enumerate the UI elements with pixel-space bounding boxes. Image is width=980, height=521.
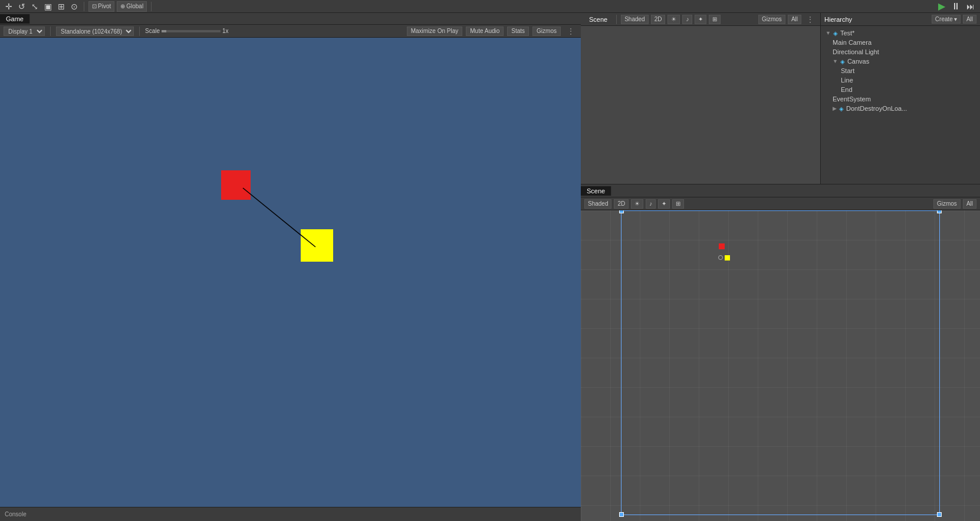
gizmos-scene-btn[interactable]: Gizmos (758, 15, 785, 24)
hierarchy-label-end: End (841, 86, 853, 93)
audio-btn[interactable]: ♪ (682, 15, 692, 24)
separator-2 (151, 2, 152, 11)
scene-2d-btn[interactable]: 2D (614, 199, 629, 209)
all-scene-btn[interactable]: All (788, 15, 801, 24)
custom-tool-btn[interactable]: ⊙ (69, 1, 80, 12)
game-tab[interactable]: Game (0, 14, 30, 24)
scene-toolbar: Scene Shaded 2D ☀ ♪ ✦ ⊞ Gizmos All ⋮ (581, 13, 820, 26)
scene-view-tab-bar: Scene (581, 184, 980, 197)
scene-lighting-btn[interactable]: ☀ (631, 199, 643, 209)
global-icon: ⊕ (120, 3, 125, 9)
resolution-selector: Standalone (1024x768) (56, 27, 134, 36)
main-content: Game Display 1 Standalone (1024x768) Sca… (0, 13, 980, 521)
game-toolbar: Display 1 Standalone (1024x768) Scale 1x… (0, 25, 581, 38)
rect-tool-btn[interactable]: ▣ (42, 1, 54, 12)
hierarchy-all-btn[interactable]: All (963, 15, 976, 24)
scale-label: Scale (145, 28, 160, 34)
scene-tab-label[interactable]: Scene (584, 15, 612, 24)
sep-gt-2 (139, 27, 140, 36)
game-tab-bar: Game (0, 13, 581, 25)
game-panel-minimize-btn[interactable]: ⋮ (564, 27, 577, 36)
scene-bottom-tab[interactable]: Scene (581, 186, 611, 196)
gizmos-game-btn[interactable]: Gizmos (532, 27, 561, 36)
expand-arrow-dontdestroy: ▶ (833, 105, 837, 111)
console-tab-label[interactable]: Console (5, 511, 27, 517)
hierarchy-label-eventsystem: EventSystem (833, 95, 871, 103)
fx-btn[interactable]: ✦ (695, 15, 706, 24)
unity-icon-canvas: ◈ (840, 58, 845, 65)
unity-icon-test: ◈ (833, 30, 838, 37)
selection-handle-bl[interactable] (619, 512, 624, 517)
top-toolbar: ✛ ↺ ⤡ ▣ ⊞ ⊙ ⊡ Pivot ⊕ Global ▶ ⏸ ⏭ (0, 0, 980, 13)
2d-btn[interactable]: 2D (651, 15, 666, 24)
scene-bottom-tab-label: Scene (587, 187, 605, 194)
shaded-btn[interactable]: Shaded (621, 15, 648, 24)
selection-handle-tr[interactable] (937, 210, 942, 213)
pause-btn[interactable]: ⏸ (949, 1, 962, 12)
rotate-tool-btn[interactable]: ↺ (17, 1, 27, 12)
scale-tool-btn[interactable]: ⤡ (29, 1, 40, 12)
stats-btn[interactable]: Stats (507, 27, 529, 36)
hierarchy-label-dontdestroy: DontDestroyOnLoa... (846, 105, 907, 112)
selection-handle-tl[interactable] (619, 210, 624, 213)
scene-view-toolbar: Shaded 2D ☀ ♪ ✦ ⊞ Gizmos All (581, 197, 980, 210)
hierarchy-label-directional-light: Directional Light (833, 48, 879, 55)
play-btn[interactable]: ▶ (936, 1, 947, 12)
hierarchy-item-directional-light[interactable]: Directional Light (821, 47, 980, 57)
hierarchy-content: ▼ ◈ Test* Main Camera Directional Light … (821, 26, 980, 184)
scene-audio-btn[interactable]: ♪ (646, 199, 656, 209)
scene-gizmos-btn2[interactable]: Gizmos (933, 199, 961, 209)
pivot-icon: ⊡ (92, 3, 97, 9)
hierarchy-item-eventsystem[interactable]: EventSystem (821, 94, 980, 104)
hierarchy-label-test: Test* (840, 29, 854, 37)
scene-minimize-btn[interactable]: ⋮ (804, 15, 817, 24)
hierarchy-item-start[interactable]: Start (821, 66, 980, 75)
hierarchy-item-test[interactable]: ▼ ◈ Test* (821, 28, 980, 38)
scene-sep-1 (616, 15, 617, 24)
hierarchy-toolbar: Hierarchy Create ▾ All (821, 13, 980, 26)
red-square (221, 170, 251, 200)
hierarchy-item-canvas[interactable]: ▼ ◈ Canvas (821, 57, 980, 66)
scene-fx-btn2[interactable]: ✦ (658, 199, 670, 209)
selection-handle-br[interactable] (937, 512, 942, 517)
scene-red-square (719, 243, 725, 249)
expand-arrow-canvas: ▼ (833, 58, 838, 64)
scene-grid-btn[interactable]: ⊞ (672, 199, 684, 209)
scene-main-viewport (581, 210, 980, 521)
transform-tool-btn[interactable]: ⊞ (56, 1, 67, 12)
create-arrow-icon: ▾ (954, 16, 957, 22)
scale-slider[interactable] (162, 30, 221, 32)
pivot-btn[interactable]: ⊡ Pivot (88, 1, 114, 12)
lighting-btn[interactable]: ☀ (667, 15, 680, 24)
global-btn[interactable]: ⊕ Global (117, 1, 147, 12)
scale-value: 1x (222, 28, 229, 34)
connecting-line-svg (0, 38, 581, 507)
create-btn[interactable]: Create ▾ (932, 15, 961, 24)
sep-gt-1 (50, 27, 51, 36)
hierarchy-item-end[interactable]: End (821, 85, 980, 94)
scene-shaded-btn[interactable]: Shaded (584, 199, 611, 209)
hierarchy-item-line[interactable]: Line (821, 75, 980, 85)
resolution-select[interactable]: Standalone (1024x768) (56, 27, 134, 36)
step-btn[interactable]: ⏭ (965, 1, 976, 12)
hierarchy-item-dontdestroy[interactable]: ▶ ◈ DontDestroyOnLoa... (821, 104, 980, 113)
hierarchy-label-main-camera: Main Camera (833, 39, 872, 46)
hierarchy-label-line: Line (841, 77, 853, 84)
scene-all-btn2[interactable]: All (963, 199, 976, 209)
hierarchy-item-main-camera[interactable]: Main Camera (821, 38, 980, 47)
console-bar: Console (0, 507, 581, 521)
game-viewport (0, 38, 581, 507)
move-tool-btn[interactable]: ✛ (4, 1, 14, 12)
right-top-area: Scene Shaded 2D ☀ ♪ ✦ ⊞ Gizmos All ⋮ (581, 13, 980, 184)
scale-control: Scale 1x (145, 28, 229, 34)
scene-panel: Scene Shaded 2D ☀ ♪ ✦ ⊞ Gizmos All ⋮ (581, 13, 821, 184)
scale-fill (162, 30, 166, 32)
left-panel: Game Display 1 Standalone (1024x768) Sca… (0, 13, 581, 521)
separator-1 (84, 2, 84, 11)
scene-view-btn[interactable]: ⊞ (709, 15, 721, 24)
display-select[interactable]: Display 1 (4, 27, 45, 36)
maximize-on-play-btn[interactable]: Maximize On Play (407, 27, 463, 36)
scene-circle-indicator (718, 255, 723, 260)
unity-icon-dontdestroy: ◈ (839, 105, 844, 112)
mute-audio-btn[interactable]: Mute Audio (466, 27, 504, 36)
